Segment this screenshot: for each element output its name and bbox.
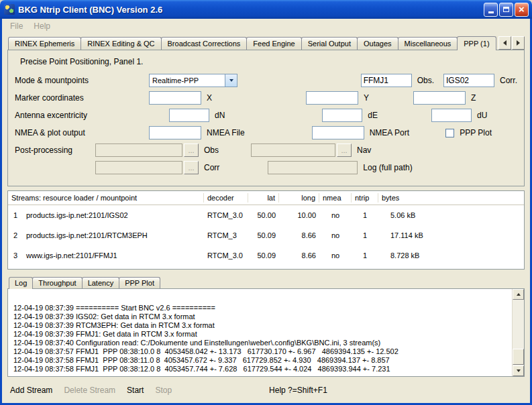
post-nav-browse-button: ... [337,143,352,157]
antenna-du-input[interactable] [431,109,472,122]
header-long[interactable]: long [279,193,319,202]
menu-bar: File Help [2,19,530,33]
tab-scroll-left-button[interactable] [498,36,511,50]
nmea-file-input[interactable] [149,126,201,139]
ppp-plot-group: PPP Plot [445,128,492,137]
post-processing-row-2: ... Corr Log (full path) [15,159,517,176]
mode-row: Mode & mountpoints Realtime-PPP Obs. Cor… [15,72,517,89]
post-corr-label: Corr [204,163,219,172]
corr-mountpoint-label: Corr. [500,76,517,85]
header-ntrip[interactable]: ntrip [352,193,378,202]
ppp-mode-select[interactable]: Realtime-PPP [149,74,237,87]
corr-mountpoint-input[interactable] [443,74,494,87]
marker-z-input[interactable] [413,91,466,105]
minimize-button[interactable] [484,3,498,17]
stream-mountpoint: www.igs-ip.net:2101/FFMJ1 [23,251,204,259]
marker-y-label: Y [364,93,369,103]
title-bar[interactable]: BKG Ntrip Client (BNC) Version 2.6 × [0,0,532,19]
scrollbar-thumb[interactable] [513,349,524,365]
tab-rinex-editing-qc[interactable]: RINEX Editing & QC [81,37,161,50]
tab-broadcast-corrections[interactable]: Broadcast Corrections [161,37,248,50]
stream-decoder: RTCM_3.0 [204,211,248,219]
tab-outages[interactable]: Outages [357,37,398,50]
add-stream-button[interactable]: Add Stream [10,386,52,395]
log-line: 12-04-19 08:37:39 ========== Start BNC v… [13,304,508,312]
marker-y-input[interactable] [306,91,358,105]
tab-feed-engine[interactable]: Feed Engine [246,37,301,50]
streams-table: Streams: resource loader / mountpoint de… [7,190,525,270]
log-lines: 12-04-19 08:37:39 ========== Start BNC v… [8,289,524,376]
footer-toolbar: Add Stream Delete Stream Start Stop Help… [2,377,530,403]
post-obs-file-input [95,143,182,157]
log-line: 12-04-19 08:37:57 FFMJ1 PPP 08:38:10.0 8… [13,347,508,356]
post-processing-row-1: Post-processing ... Obs ... Nav [15,141,517,159]
antenna-dn-input[interactable] [169,109,209,122]
bnc-window: BKG Ntrip Client (BNC) Version 2.6 × Fil… [0,0,532,405]
tab-miscellaneous[interactable]: Miscellaneous [398,37,458,50]
window-title: BKG Ntrip Client (BNC) Version 2.6 [18,5,484,15]
obs-mountpoint-label: Obs. [417,76,434,85]
top-tab-bar: RINEX Ephemeris RINEX Editing & QC Broad… [2,33,530,50]
app-icon [4,4,15,15]
delete-stream-button: Delete Stream [64,386,115,395]
header-bytes[interactable]: bytes [378,193,524,202]
maximize-button[interactable] [499,3,513,17]
ppp-panel: Precise Point Positioning, Panel 1. Mode… [7,50,525,186]
header-lat[interactable]: lat [248,193,279,202]
menu-help[interactable]: Help [28,20,56,32]
stream-ntrip: 1 [352,211,378,219]
ppp-plot-checkbox[interactable] [445,129,454,137]
up-arrow-icon [517,293,521,296]
stream-row-number: 2 [8,231,23,239]
stream-lat: 50.00 [248,211,279,219]
header-decoder[interactable]: decoder [204,193,248,202]
stream-row[interactable]: 2 products.igs-ip.net:2101/RTCM3EPH RTCM… [8,225,524,245]
mountpoint-group: Obs. Corr. [361,74,517,87]
mode-label: Mode & mountpoints [15,76,149,85]
header-nmea[interactable]: nmea [319,193,352,202]
tab-log[interactable]: Log [9,277,33,289]
obs-mountpoint-input[interactable] [361,74,412,87]
stream-nmea: no [319,231,352,239]
log-scrollbar[interactable] [512,289,524,376]
post-corr-browse-button: ... [184,161,199,174]
menu-file[interactable]: File [5,20,28,32]
start-button[interactable]: Start [127,386,144,395]
tab-ppp-1[interactable]: PPP (1) [457,36,496,50]
scroll-down-button[interactable] [513,365,524,376]
stream-ntrip: 1 [352,231,378,239]
post-obs-label: Obs [204,146,219,155]
stream-row[interactable]: 1 products.igs-ip.net:2101/IGS02 RTCM_3.… [8,205,524,225]
stream-ntrip: 1 [352,251,378,259]
antenna-label: Antenna excentricity [15,111,149,120]
stream-bytes: 8.728 kB [378,251,524,259]
scroll-up-button[interactable] [513,289,524,300]
combo-dropdown-button[interactable] [225,74,237,86]
close-button[interactable]: × [515,3,529,17]
tab-latency[interactable]: Latency [82,277,120,288]
marker-x-input[interactable] [149,91,201,105]
log-line: 12-04-19 08:37:40 Configuration read: C:… [13,339,508,347]
left-arrow-icon [503,40,507,46]
nmea-port-label: NMEA Port [370,128,409,137]
stream-row[interactable]: 3 www.igs-ip.net:2101/FFMJ1 RTCM_3.0 50.… [8,245,524,266]
post-nav-file-input [251,143,335,157]
nmea-label: NMEA & plot output [15,128,149,137]
antenna-de-input[interactable] [322,109,362,122]
stream-lat: 50.09 [248,231,279,239]
tab-ppp-plot[interactable]: PPP Plot [119,277,160,288]
stream-row-number: 1 [8,211,23,219]
header-mountpoint[interactable]: Streams: resource loader / mountpoint [8,193,204,202]
ppp-plot-label: PPP Plot [460,128,492,137]
tab-throughput[interactable]: Throughput [32,277,82,288]
nmea-port-input[interactable] [312,126,364,139]
post-corr-file-input [95,161,182,174]
marker-x-label: X [207,93,212,103]
tab-scroll-right-button[interactable] [512,36,525,50]
nmea-file-label: NMEA File [207,128,245,137]
stream-nmea: no [319,211,352,219]
down-arrow-icon [517,369,521,372]
tab-serial-output[interactable]: Serial Output [301,37,358,50]
tab-rinex-ephemeris[interactable]: RINEX Ephemeris [8,37,81,50]
log-view[interactable]: 12-04-19 08:37:39 ========== Start BNC v… [7,288,525,377]
